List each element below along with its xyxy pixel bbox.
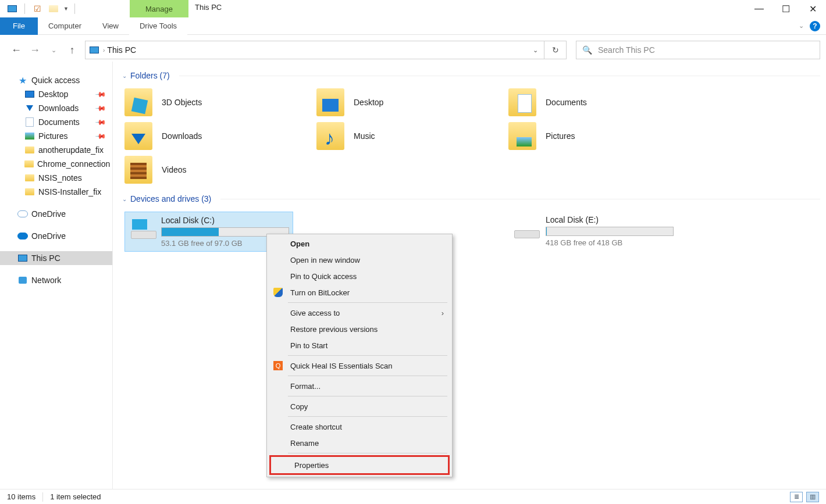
network-icon — [17, 275, 28, 285]
qat-properties-icon[interactable]: ☑ — [31, 2, 44, 15]
group-header-label: Folders (7) — [130, 71, 170, 80]
ctx-restore-previous[interactable]: Restore previous versions — [267, 321, 452, 337]
pin-icon: 📌 — [95, 88, 107, 101]
ctx-pin-quick-access[interactable]: Pin to Quick access — [267, 268, 452, 284]
ctx-open[interactable]: Open — [267, 235, 452, 252]
sidebar-item-label: Chrome_connection — [37, 159, 110, 169]
window-controls: — ☐ ✕ — [746, 0, 826, 17]
ribbon-expand-caret[interactable]: ⌄ — [799, 22, 804, 30]
drive-free-text: 418 GB free of 418 GB — [546, 238, 674, 247]
drive-icon — [129, 218, 153, 242]
folder-icon — [24, 187, 35, 197]
forward-button[interactable]: → — [27, 42, 43, 58]
breadcrumb-label: This PC — [107, 45, 136, 55]
qat-new-folder-icon[interactable] — [47, 2, 60, 15]
refresh-button[interactable]: ↻ — [544, 41, 566, 59]
ctx-quickheal-scan[interactable]: QQuick Heal IS Essentials Scan — [267, 358, 452, 374]
separator — [288, 396, 447, 396]
ctx-open-new-window[interactable]: Open in new window — [267, 252, 452, 268]
folder-item[interactable]: Videos — [124, 156, 299, 184]
sidebar-item-label: Documents — [38, 117, 80, 127]
drive-item[interactable]: Local Disk (E:)418 GB free of 418 GB — [508, 212, 677, 252]
folder-item[interactable]: Desktop — [316, 88, 491, 116]
sidebar-item[interactable]: Desktop📌 — [0, 87, 112, 101]
doc-icon — [24, 117, 35, 127]
sidebar-this-pc[interactable]: This PC — [0, 251, 112, 265]
separator — [288, 416, 447, 417]
folder-item[interactable]: 3D Objects — [124, 88, 299, 116]
sidebar-network[interactable]: Network — [0, 273, 112, 287]
sidebar-label: Quick access — [31, 76, 80, 85]
folder-label: Downloads — [162, 131, 202, 141]
file-tab[interactable]: File — [0, 17, 38, 35]
folder-label: Videos — [162, 165, 187, 174]
ctx-rename[interactable]: Rename — [267, 435, 452, 451]
search-icon: 🔍 — [582, 45, 592, 55]
ctx-pin-start[interactable]: Pin to Start — [267, 337, 452, 353]
drive-usage-bar — [546, 227, 674, 236]
pic-icon — [24, 131, 35, 141]
title-bar: ☑ ▼ Manage This PC — ☐ ✕ — [0, 0, 826, 17]
help-button[interactable]: ? — [810, 21, 820, 31]
up-button[interactable]: ↑ — [64, 42, 80, 58]
qat-customize-caret[interactable]: ▼ — [63, 6, 69, 12]
folder-item[interactable]: Pictures — [508, 122, 683, 150]
large-icons-view-button[interactable]: ▥ — [806, 492, 819, 502]
sidebar-quick-access[interactable]: ★ Quick access — [0, 73, 112, 87]
ctx-properties[interactable]: Properties — [271, 457, 448, 473]
divider — [179, 76, 820, 76]
folder-label: 3D Objects — [162, 98, 202, 107]
breadcrumb-segment[interactable]: This PC — [105, 45, 138, 55]
ctx-give-access-to[interactable]: Give access to› — [267, 305, 452, 321]
sidebar-item[interactable]: NSIS_notes — [0, 171, 112, 185]
folder-icon — [124, 122, 152, 150]
ctx-create-shortcut[interactable]: Create shortcut — [267, 419, 452, 435]
folder-item[interactable]: Music — [316, 122, 491, 150]
sidebar-item[interactable]: Pictures📌 — [0, 129, 112, 143]
sidebar-item-label: NSIS_notes — [38, 173, 82, 183]
cloud-icon — [17, 231, 28, 241]
sidebar-item[interactable]: Downloads📌 — [0, 101, 112, 115]
minimize-button[interactable]: — — [746, 0, 772, 17]
sidebar-item[interactable]: Chrome_connection — [0, 157, 112, 171]
ctx-bitlocker[interactable]: Turn on BitLocker — [267, 284, 452, 301]
sidebar-item[interactable]: Documents📌 — [0, 115, 112, 129]
address-history-caret[interactable]: ⌄ — [526, 41, 544, 59]
tab-computer[interactable]: Computer — [38, 17, 92, 35]
monitor-icon — [24, 89, 35, 99]
chevron-down-icon: ⌄ — [122, 196, 127, 202]
breadcrumb-pc-icon[interactable] — [86, 47, 103, 53]
highlight-annotation: Properties — [269, 455, 450, 475]
cloud-icon — [17, 209, 28, 219]
recent-locations-caret[interactable]: ⌄ — [45, 42, 62, 58]
group-header-drives[interactable]: ⌄ Devices and drives (3) — [116, 191, 826, 207]
details-view-button[interactable]: ≣ — [790, 492, 803, 502]
navigation-pane: ★ Quick access Desktop📌Downloads📌Documen… — [0, 62, 113, 489]
sidebar-item[interactable]: anotherupdate_fix — [0, 143, 112, 157]
sidebar-onedrive-cloud[interactable]: OneDrive — [0, 229, 112, 243]
tab-drive-tools[interactable]: Drive Tools — [129, 17, 187, 35]
back-button[interactable]: ← — [8, 42, 24, 58]
group-header-folders[interactable]: ⌄ Folders (7) — [116, 67, 826, 84]
pc-icon — [17, 253, 28, 263]
folder-item[interactable]: Documents — [508, 88, 683, 116]
address-bar[interactable]: › This PC ⌄ ↻ — [85, 41, 567, 59]
context-menu: Open Open in new window Pin to Quick acc… — [266, 234, 453, 477]
ctx-format[interactable]: Format... — [267, 378, 452, 394]
sidebar-onedrive-local[interactable]: OneDrive — [0, 207, 112, 221]
app-icon[interactable] — [6, 2, 19, 15]
folder-item[interactable]: Downloads — [124, 122, 299, 150]
submenu-arrow-icon: › — [442, 309, 444, 317]
sidebar-item[interactable]: NSIS-Installer_fix — [0, 185, 112, 199]
search-placeholder: Search This PC — [598, 45, 655, 55]
navigation-row: ← → ⌄ ↑ › This PC ⌄ ↻ 🔍 Search This PC — [0, 38, 826, 62]
maximize-button[interactable]: ☐ — [772, 0, 799, 17]
star-icon: ★ — [17, 75, 28, 85]
search-box[interactable]: 🔍 Search This PC — [576, 41, 820, 59]
divider — [220, 199, 820, 199]
ctx-copy[interactable]: Copy — [267, 398, 452, 414]
shield-icon — [273, 287, 283, 298]
tab-view[interactable]: View — [92, 17, 129, 35]
close-button[interactable]: ✕ — [799, 0, 826, 17]
folder-icon — [508, 88, 536, 116]
